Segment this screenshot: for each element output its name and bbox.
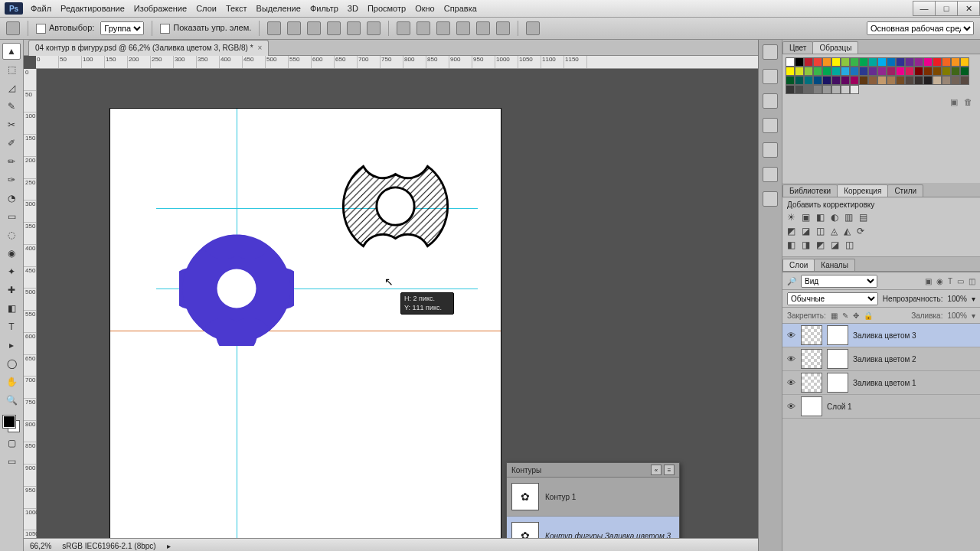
tab-channels[interactable]: Каналы bbox=[814, 259, 855, 271]
swatch[interactable] bbox=[942, 57, 951, 67]
search-icon[interactable]: 🔎 bbox=[787, 277, 796, 285]
layer-mask-thumbnail[interactable] bbox=[827, 349, 848, 369]
tab-styles[interactable]: Стили bbox=[887, 184, 923, 197]
distribute-icon[interactable] bbox=[496, 21, 510, 35]
paths-panel-header[interactable]: Контуры « ≡ bbox=[507, 463, 679, 478]
delete-swatch-icon[interactable]: 🗑 bbox=[964, 97, 972, 107]
swatch[interactable] bbox=[850, 57, 859, 67]
swatch[interactable] bbox=[822, 76, 831, 85]
swatch[interactable] bbox=[933, 67, 942, 76]
swatch[interactable] bbox=[923, 76, 933, 85]
fill-value[interactable]: 100% bbox=[947, 311, 967, 320]
panel-icon[interactable] bbox=[763, 69, 778, 84]
menu-text[interactable]: Текст bbox=[226, 4, 247, 13]
canvas-viewport[interactable]: ↖ H: 2 пикс. Y: 111 пикс. Контуры « ≡ ✿К… bbox=[37, 69, 758, 551]
visibility-icon[interactable]: 👁 bbox=[786, 402, 796, 411]
swatch[interactable] bbox=[868, 57, 877, 67]
swatch-grid[interactable] bbox=[786, 57, 977, 94]
distribute-icon[interactable] bbox=[416, 21, 430, 35]
adjustment-icon[interactable]: ▥ bbox=[844, 212, 853, 223]
shape-purple-gear[interactable] bbox=[179, 231, 294, 347]
swatch[interactable] bbox=[896, 57, 905, 67]
swatch[interactable] bbox=[868, 76, 877, 85]
foreground-color[interactable] bbox=[3, 416, 15, 428]
swatch[interactable] bbox=[905, 57, 914, 67]
swatch[interactable] bbox=[795, 76, 804, 85]
zoom-tool[interactable]: 🔍 bbox=[2, 392, 21, 409]
swatch[interactable] bbox=[795, 57, 804, 67]
color-profile[interactable]: sRGB IEC61966-2.1 (8bpc) bbox=[62, 542, 155, 550]
swatch[interactable] bbox=[951, 76, 960, 85]
swatch[interactable] bbox=[896, 76, 905, 85]
adjustment-icon[interactable]: ◫ bbox=[845, 240, 854, 250]
gradient-tool[interactable]: ◉ bbox=[2, 245, 21, 262]
distribute-icon[interactable] bbox=[476, 21, 490, 35]
type-tool[interactable]: T bbox=[2, 318, 21, 335]
menu-select[interactable]: Выделение bbox=[256, 4, 301, 13]
path-select-tool[interactable]: ▸ bbox=[2, 337, 21, 354]
visibility-icon[interactable]: 👁 bbox=[786, 331, 796, 340]
layer-filter-icon[interactable]: ▭ bbox=[957, 277, 964, 285]
swatch[interactable] bbox=[887, 57, 896, 67]
swatch[interactable] bbox=[914, 67, 923, 76]
distribute-icon[interactable] bbox=[397, 21, 410, 35]
swatch[interactable] bbox=[822, 85, 831, 94]
adjustment-icon[interactable]: ◧ bbox=[816, 212, 825, 223]
stamp-tool[interactable]: ◔ bbox=[2, 190, 21, 207]
lasso-tool[interactable]: ◿ bbox=[2, 80, 21, 96]
pen-tool[interactable]: ◧ bbox=[2, 300, 21, 317]
align-icon[interactable] bbox=[287, 21, 301, 35]
shape-hatched-gear[interactable] bbox=[340, 151, 451, 263]
layer-row[interactable]: 👁Заливка цветом 1 bbox=[782, 371, 980, 395]
swatch[interactable] bbox=[841, 76, 850, 85]
hand-tool[interactable]: ✋ bbox=[2, 373, 21, 390]
move-tool[interactable]: ▲ bbox=[2, 43, 21, 60]
swatch[interactable] bbox=[942, 76, 951, 85]
layer-filter-icon[interactable]: ▣ bbox=[925, 277, 932, 285]
tab-swatches[interactable]: Образцы bbox=[812, 41, 858, 54]
layer-name[interactable]: Заливка цветом 2 bbox=[853, 355, 916, 364]
layer-mask-thumbnail[interactable] bbox=[827, 325, 848, 345]
adjustment-icon[interactable]: ▣ bbox=[802, 212, 810, 223]
layer-name[interactable]: Заливка цветом 1 bbox=[853, 379, 916, 387]
adjustment-icon[interactable]: ◧ bbox=[787, 240, 795, 250]
swatch[interactable] bbox=[786, 76, 795, 85]
marquee-tool[interactable]: ⬚ bbox=[2, 61, 21, 78]
layer-thumbnail[interactable] bbox=[801, 325, 822, 345]
tab-layers[interactable]: Слои bbox=[782, 259, 815, 271]
layer-filter-icon[interactable]: ◉ bbox=[936, 277, 943, 285]
swatch[interactable] bbox=[923, 67, 933, 76]
visibility-icon[interactable]: 👁 bbox=[786, 354, 796, 364]
layer-row[interactable]: 👁Слой 1 bbox=[782, 395, 980, 419]
swatch[interactable] bbox=[877, 57, 887, 67]
swatch[interactable] bbox=[841, 57, 850, 67]
swatch[interactable] bbox=[831, 85, 841, 94]
wand-tool[interactable]: ✎ bbox=[2, 98, 21, 115]
menu-help[interactable]: Справка bbox=[444, 4, 477, 13]
swatch[interactable] bbox=[923, 57, 933, 67]
layer-thumbnail[interactable] bbox=[801, 373, 822, 393]
autoselect-checkbox[interactable]: Автовыбор: bbox=[36, 23, 94, 34]
swatch[interactable] bbox=[859, 76, 868, 85]
path-thumbnail[interactable]: ✿ bbox=[511, 483, 539, 510]
swatch[interactable] bbox=[831, 57, 841, 67]
tab-adjustments[interactable]: Коррекция bbox=[837, 184, 888, 197]
eyedropper-tool[interactable]: ✐ bbox=[2, 135, 21, 152]
blend-mode-dropdown[interactable]: Обычные bbox=[787, 292, 878, 305]
swatch[interactable] bbox=[905, 76, 914, 85]
swatch[interactable] bbox=[877, 76, 887, 85]
swatch[interactable] bbox=[868, 67, 877, 76]
swatch[interactable] bbox=[914, 76, 923, 85]
swatch[interactable] bbox=[813, 85, 822, 94]
adjustment-icon[interactable]: ◩ bbox=[787, 226, 795, 236]
autoselect-dropdown[interactable]: Группа bbox=[100, 21, 144, 35]
panel-collapse-icon[interactable]: « bbox=[651, 465, 662, 475]
panel-icon[interactable] bbox=[763, 93, 778, 109]
layer-filter-icon[interactable]: ◫ bbox=[969, 277, 975, 285]
swatch[interactable] bbox=[813, 57, 822, 67]
zoom-value[interactable]: 66,2% bbox=[30, 542, 51, 550]
distribute-icon[interactable] bbox=[436, 21, 450, 35]
swatch[interactable] bbox=[831, 67, 841, 76]
swatch[interactable] bbox=[850, 67, 859, 76]
maximize-button[interactable]: □ bbox=[935, 1, 958, 16]
